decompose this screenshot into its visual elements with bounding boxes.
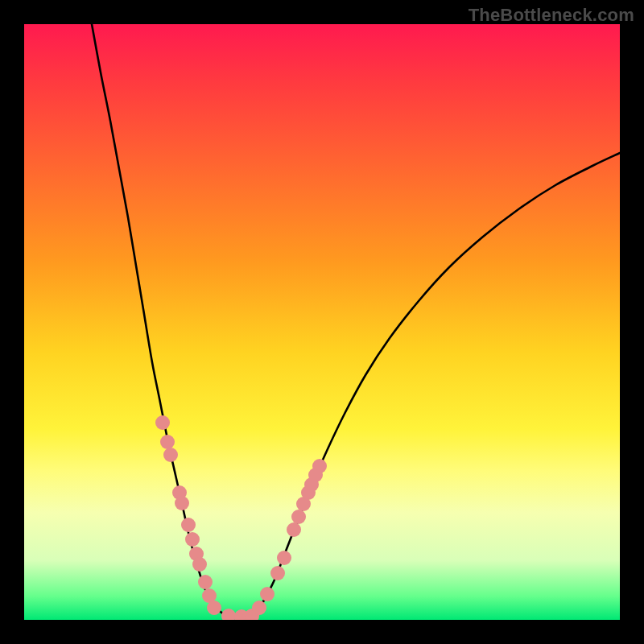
data-dot — [175, 496, 189, 510]
data-dot — [163, 448, 178, 462]
data-dots-right — [234, 459, 327, 620]
data-dot — [192, 557, 207, 572]
data-dot — [287, 522, 301, 537]
chart-stage: TheBottleneck.com — [0, 0, 644, 644]
data-dot — [181, 518, 196, 532]
data-dot — [207, 601, 221, 615]
data-dot — [312, 459, 327, 473]
data-dot — [155, 415, 170, 430]
data-dot — [270, 566, 285, 580]
data-dot — [260, 587, 275, 601]
watermark-text: TheBottleneck.com — [469, 5, 634, 26]
data-dots-left — [155, 415, 236, 620]
data-dot — [277, 551, 291, 565]
data-dot — [185, 532, 200, 547]
chart-gradient-plot — [24, 24, 620, 620]
data-dot — [221, 609, 236, 620]
bottleneck-curve-right — [251, 153, 620, 616]
bottleneck-curve-left — [92, 24, 227, 616]
data-dot — [160, 435, 175, 449]
data-dot — [291, 510, 306, 524]
data-dot — [198, 575, 213, 589]
data-dot — [252, 601, 266, 615]
chart-overlay-svg — [24, 24, 620, 620]
